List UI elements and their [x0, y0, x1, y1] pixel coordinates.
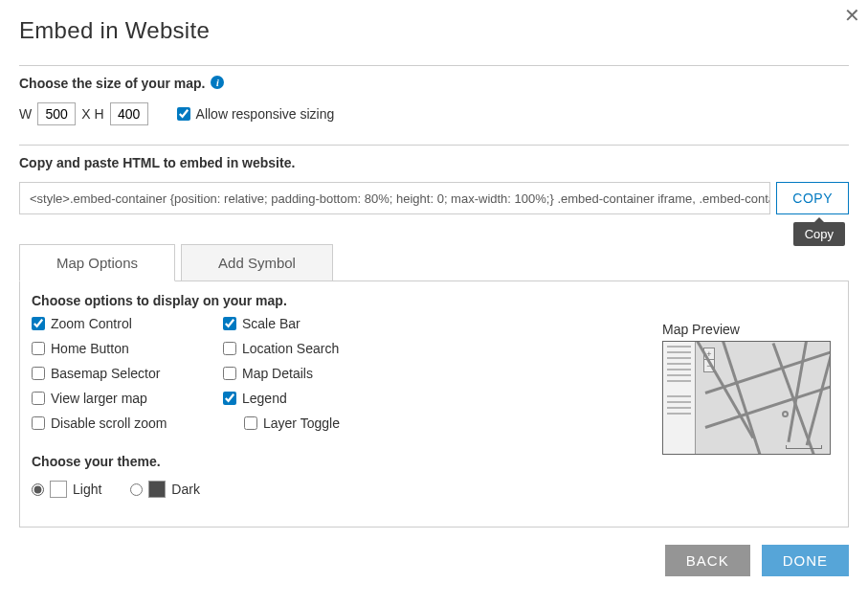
option-label: Disable scroll zoom: [51, 415, 167, 431]
option-checkbox[interactable]: [223, 392, 236, 405]
options-heading: Choose options to display on your map.: [32, 293, 836, 308]
size-label: Choose the size of your map. i: [19, 76, 849, 91]
info-icon[interactable]: i: [211, 76, 224, 89]
preview-sidebar-icon: [663, 342, 696, 454]
options-col-1: Zoom ControlHome ButtonBasemap SelectorV…: [32, 316, 185, 431]
preview-scalebar-icon: [786, 445, 822, 449]
options-col-2: Scale BarLocation SearchMap DetailsLegen…: [223, 316, 414, 431]
embed-code-field[interactable]: <style>.embed-container {position: relat…: [19, 182, 770, 214]
option-view-larger-map[interactable]: View larger map: [32, 391, 185, 406]
responsive-sizing-checkbox[interactable]: Allow responsive sizing: [177, 106, 335, 122]
option-scale-bar[interactable]: Scale Bar: [223, 316, 414, 331]
height-letter: X H: [81, 106, 103, 122]
tab-map-options[interactable]: Map Options: [19, 244, 175, 281]
theme-dark[interactable]: Dark: [130, 481, 200, 498]
tab-add-symbol[interactable]: Add Symbol: [181, 244, 333, 281]
option-home-button[interactable]: Home Button: [32, 341, 185, 356]
option-map-details[interactable]: Map Details: [223, 366, 414, 381]
copy-button[interactable]: COPY: [776, 182, 849, 214]
responsive-checkbox-input[interactable]: [177, 107, 190, 121]
option-checkbox[interactable]: [244, 416, 257, 430]
option-checkbox[interactable]: [32, 367, 45, 380]
option-label: Zoom Control: [51, 316, 132, 331]
option-label: Map Details: [242, 366, 313, 381]
option-label: Scale Bar: [242, 316, 300, 331]
option-location-search[interactable]: Location Search: [223, 341, 414, 356]
options-panel: Choose options to display on your map. Z…: [19, 281, 849, 527]
option-checkbox[interactable]: [223, 367, 236, 380]
theme-light[interactable]: Light: [32, 481, 101, 498]
divider: [19, 145, 849, 146]
dark-swatch-icon: [148, 481, 166, 498]
copy-tooltip: Copy: [793, 222, 845, 246]
option-label: View larger map: [51, 391, 147, 406]
embed-dialog: ✕ Embed in Website Choose the size of yo…: [0, 0, 868, 595]
width-input[interactable]: [37, 102, 76, 125]
option-basemap-selector[interactable]: Basemap Selector: [32, 366, 185, 381]
back-button[interactable]: BACK: [665, 545, 750, 576]
tabs: Map Options Add Symbol: [19, 243, 849, 281]
embed-label: Copy and paste HTML to embed in website.: [19, 155, 849, 170]
option-checkbox[interactable]: [32, 392, 45, 405]
option-checkbox[interactable]: [32, 416, 45, 430]
option-label: Location Search: [242, 341, 339, 356]
option-zoom-control[interactable]: Zoom Control: [32, 316, 185, 331]
close-icon[interactable]: ✕: [844, 6, 860, 25]
responsive-label: Allow responsive sizing: [196, 106, 335, 122]
option-disable-scroll-zoom[interactable]: Disable scroll zoom: [32, 415, 185, 431]
size-row: W X H Allow responsive sizing: [19, 102, 849, 125]
option-checkbox[interactable]: [223, 317, 236, 330]
divider: [19, 65, 849, 66]
map-preview: Map Preview +−: [662, 322, 831, 455]
option-label: Layer Toggle: [263, 415, 340, 431]
theme-light-label: Light: [73, 482, 101, 497]
option-label: Home Button: [51, 341, 129, 356]
footer-buttons: BACK DONE: [19, 545, 849, 576]
light-swatch-icon: [50, 481, 67, 498]
theme-dark-label: Dark: [171, 482, 200, 497]
option-legend[interactable]: Legend: [223, 391, 414, 406]
dialog-title: Embed in Website: [19, 17, 849, 44]
height-input[interactable]: [110, 102, 148, 125]
option-checkbox[interactable]: [223, 342, 236, 355]
embed-row: <style>.embed-container {position: relat…: [19, 182, 849, 214]
width-letter: W: [19, 106, 32, 122]
option-checkbox[interactable]: [32, 317, 45, 330]
option-checkbox[interactable]: [32, 342, 45, 355]
theme-light-radio[interactable]: [32, 483, 44, 496]
theme-row: Light Dark: [32, 481, 836, 498]
option-label: Legend: [242, 391, 287, 406]
map-preview-label: Map Preview: [662, 322, 831, 337]
map-preview-image: +−: [662, 341, 831, 455]
theme-heading: Choose your theme.: [32, 454, 836, 469]
theme-dark-radio[interactable]: [130, 483, 143, 496]
option-label: Basemap Selector: [51, 366, 160, 381]
done-button[interactable]: DONE: [762, 545, 849, 576]
option-layer-toggle[interactable]: Layer Toggle: [244, 415, 414, 431]
size-label-text: Choose the size of your map.: [19, 76, 205, 91]
